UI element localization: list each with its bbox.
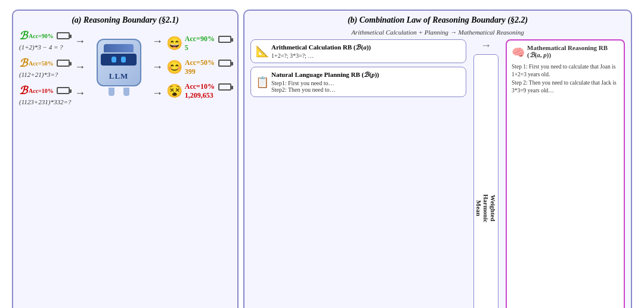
math-reasoning-title: Mathematical Reasoning RB (ℬ(a, p))	[527, 44, 619, 59]
whm-section: → WeightedHarmonicMean →	[473, 39, 499, 308]
emoji-dead: 😵	[166, 83, 182, 99]
emoji-happy: 😄	[166, 36, 182, 51]
acc-orange: Acc=50%	[185, 58, 215, 67]
math-reasoning-header: 🧠 Mathematical Reasoning RB (ℬ(a, p))	[512, 44, 619, 61]
emoji-neutral: 😊	[166, 60, 182, 75]
acc-red: Acc=10%	[185, 82, 215, 91]
main-container: (a) Reasoning Boundary (§2.1) ℬ Acc=90% …	[12, 10, 632, 308]
arrows-to-llm: → → →	[75, 29, 85, 106]
eq-orange: (112+21)*3=?	[19, 71, 71, 78]
arith-rb-box: 📐 Arithmetical Calculation RB (ℬ(a)) 1+2…	[250, 39, 466, 63]
panel-a-inner: ℬ Acc=90% (1+2)*3 − 4 = ? ℬ Acc=50%	[19, 29, 231, 106]
arrow-4: →	[152, 35, 163, 48]
top-row: (a) Reasoning Boundary (§2.1) ℬ Acc=90% …	[12, 10, 632, 308]
battery-rows: ℬ Acc=90% (1+2)*3 − 4 = ? ℬ Acc=50%	[19, 29, 71, 105]
panel-b-content: 📐 Arithmetical Calculation RB (ℬ(a)) 1+2…	[250, 39, 625, 308]
nlp-rb-header: 📋 Natural Language Planning RB (ℬ(p)) St…	[256, 71, 461, 93]
arith-rb-content: 1+2=?; 3*3=?; …	[271, 52, 371, 59]
panel-b-title: (b) Combination Law of Reasoning Boundar…	[250, 15, 625, 25]
eq-green: (1+2)*3 − 4 = ?	[19, 43, 71, 51]
robot-body: LLM	[97, 39, 141, 86]
result-row-orange: 😊 Acc=50% 399	[166, 58, 231, 76]
panel-b: (b) Combination Law of Reasoning Boundar…	[243, 10, 632, 308]
calc-icon: 📐	[256, 45, 269, 58]
nlp-icon: 📋	[256, 76, 269, 89]
b-label-red: ℬ Acc=10%	[19, 84, 71, 97]
robot-pupil-left	[112, 57, 116, 63]
llm-label: LLM	[109, 71, 129, 81]
math-reasoning-box: 🧠 Mathematical Reasoning RB (ℬ(a, p)) St…	[506, 39, 625, 308]
llm-robot: LLM	[89, 39, 148, 96]
nlp-rb-box: 📋 Natural Language Planning RB (ℬ(p)) St…	[250, 67, 466, 97]
panel-b-subtitle: Arithmetical Calculation + Planning → Ma…	[250, 29, 625, 36]
whm-inner: → WeightedHarmonicMean →	[473, 39, 499, 308]
result-row-green: 😄 Acc=90% 5	[166, 35, 231, 52]
arrow-1: →	[75, 35, 85, 48]
b-label-green: ℬ Acc=90%	[19, 29, 71, 42]
robot-pupil-right	[121, 57, 126, 63]
arrows-from-llm: → → →	[152, 29, 163, 106]
robot-eye	[101, 54, 137, 66]
nlp-rb-title: Natural Language Planning RB (ℬ(p))	[271, 71, 379, 79]
result-row-red: 😵 Acc=10% 1,209,653	[166, 82, 231, 100]
arrow-then: →	[481, 39, 491, 52]
arrow-3: →	[75, 87, 85, 99]
battery-row-green: ℬ Acc=90% (1+2)*3 − 4 = ?	[19, 29, 71, 51]
result-value-red: 1,209,653	[185, 91, 213, 100]
panel-a: (a) Reasoning Boundary (§2.1) ℬ Acc=90% …	[12, 10, 239, 308]
arith-rb-title: Arithmetical Calculation RB (ℬ(a))	[271, 43, 371, 51]
arrow-2: →	[75, 61, 85, 73]
subtitle-text: Arithmetical Calculation + Planning → Ma…	[351, 29, 524, 36]
arrow-6: →	[152, 87, 163, 99]
panel-a-title: (a) Reasoning Boundary (§2.1)	[19, 15, 231, 25]
battery-row-orange: ℬ Acc=50% (112+21)*3=?	[19, 57, 71, 78]
brain-icon: 🧠	[512, 46, 525, 59]
eq-red: (1123+231)*332=?	[19, 98, 71, 105]
result-rows: 😄 Acc=90% 5 😊	[166, 35, 231, 100]
acc-green: Acc=90%	[185, 35, 215, 43]
nlp-rb-content: Step1: First you need to…Step2: Then you…	[271, 80, 379, 93]
whm-label: WeightedHarmonicMean	[473, 54, 499, 308]
rb-boxes: 📐 Arithmetical Calculation RB (ℬ(a)) 1+2…	[250, 39, 466, 308]
arrow-5: →	[152, 61, 163, 73]
result-value-green: 5	[185, 43, 188, 52]
b-label-orange: ℬ Acc=50%	[19, 57, 71, 70]
battery-row-red: ℬ Acc=10% (1123+231)*332=?	[19, 84, 71, 105]
arith-rb-header: 📐 Arithmetical Calculation RB (ℬ(a)) 1+2…	[256, 43, 461, 59]
math-reasoning-content: Step 1: First you need to calculate that…	[512, 63, 619, 95]
result-value-orange: 399	[185, 67, 196, 76]
